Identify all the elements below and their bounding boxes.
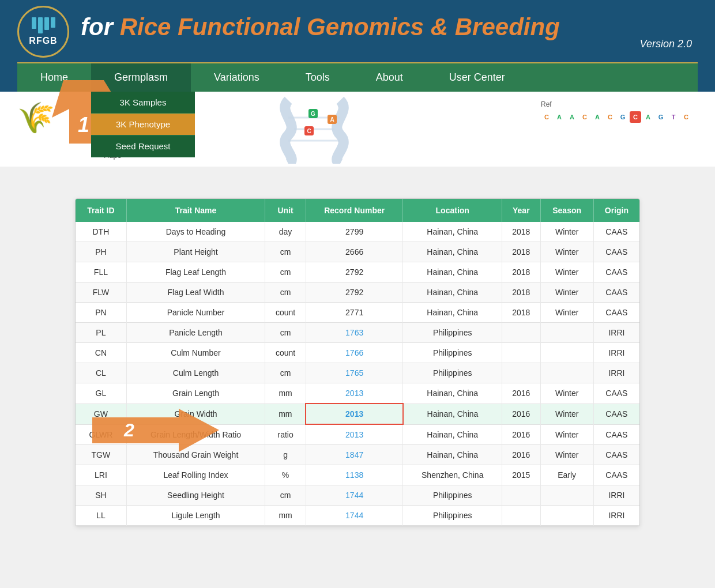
table-cell: Hainan, China xyxy=(403,404,502,424)
svg-text:1: 1 xyxy=(78,113,89,137)
table-cell[interactable]: 2013 xyxy=(306,383,402,404)
table-cell[interactable]: 1744 xyxy=(306,506,402,526)
table-cell: cm xyxy=(265,363,306,383)
table-cell[interactable]: 1765 xyxy=(306,363,402,383)
table-cell: CAAS xyxy=(593,404,639,424)
table-cell: 2666 xyxy=(306,242,402,262)
dna-helix: G A C xyxy=(242,95,415,164)
table-cell: Hainan, China xyxy=(403,383,502,404)
table-cell: Panicle Length xyxy=(126,323,265,343)
table-cell: TGW xyxy=(76,445,126,465)
table-cell: Early xyxy=(540,465,593,485)
dropdown-3k-samples[interactable]: 3K Samples xyxy=(91,92,195,114)
table-cell: Hainan, China xyxy=(403,242,502,262)
table-cell: 2016 xyxy=(502,404,540,424)
spacer xyxy=(0,167,715,181)
table-cell: Winter xyxy=(540,262,593,282)
nav-tools[interactable]: Tools xyxy=(283,63,353,92)
svg-text:G: G xyxy=(311,111,315,117)
table-cell: 2799 xyxy=(306,222,402,242)
table-cell xyxy=(502,323,540,343)
table-cell: Hainan, China xyxy=(403,445,502,465)
table-cell xyxy=(540,323,593,343)
nav-user-center[interactable]: User Center xyxy=(426,63,528,92)
table-cell: cm xyxy=(265,485,306,506)
table-cell: Seedling Height xyxy=(126,485,265,506)
table-cell: CAAS xyxy=(593,424,639,445)
table-cell: Philippines xyxy=(403,363,502,383)
table-cell: Philippines xyxy=(403,506,502,526)
ref-label: Ref xyxy=(541,100,692,108)
table-container: Trait ID Trait Name Unit Record Number L… xyxy=(75,198,640,526)
nav-variations[interactable]: Variations xyxy=(191,63,283,92)
base-1: A xyxy=(554,111,565,123)
table-row: FLWFlag Leaf Widthcm2792Hainan, China201… xyxy=(76,282,639,303)
col-origin: Origin xyxy=(593,199,639,222)
table-cell: 2771 xyxy=(306,303,402,323)
table-cell[interactable]: 1744 xyxy=(306,485,402,506)
table-row: DTHDays to Headingday2799Hainan, China20… xyxy=(76,222,639,242)
sequence-area: Ref C A A C A C G C A G T C xyxy=(541,100,692,123)
table-cell xyxy=(502,506,540,526)
table-row: FLLFlag Leaf Lengthcm2792Hainan, China20… xyxy=(76,262,639,282)
col-location: Location xyxy=(403,199,502,222)
table-cell: count xyxy=(265,303,306,323)
table-cell: FLL xyxy=(76,262,126,282)
col-season: Season xyxy=(540,199,593,222)
table-cell: IRRI xyxy=(593,343,639,363)
table-cell: 2018 xyxy=(502,262,540,282)
table-cell xyxy=(502,343,540,363)
col-unit: Unit xyxy=(265,199,306,222)
table-cell: CAAS xyxy=(593,445,639,465)
logo-bar-2 xyxy=(38,17,43,33)
table-cell: IRRI xyxy=(593,363,639,383)
header-title: for Rice Functional Genomics & Breeding xyxy=(81,13,698,41)
table-cell: % xyxy=(265,465,306,485)
table-cell: Hainan, China xyxy=(403,222,502,242)
table-cell: cm xyxy=(265,282,306,303)
nav-about[interactable]: About xyxy=(353,63,426,92)
table-cell: GL xyxy=(76,383,126,404)
table-cell[interactable]: 2013 xyxy=(306,404,402,424)
table-cell: g xyxy=(265,445,306,465)
table-cell: IRRI xyxy=(593,506,639,526)
table-cell: SH xyxy=(76,485,126,506)
table-cell: Winter xyxy=(540,383,593,404)
table-cell xyxy=(502,485,540,506)
table-header: Trait ID Trait Name Unit Record Number L… xyxy=(76,199,639,222)
germplasm-dropdown: 3K Samples 3K Phenotype Seed Request xyxy=(91,92,195,157)
table-cell: Days to Heading xyxy=(126,222,265,242)
table-row: SHSeedling Heightcm1744PhilippinesIRRI xyxy=(76,485,639,506)
table-cell: 2016 xyxy=(502,383,540,404)
table-cell: 2792 xyxy=(306,282,402,303)
dropdown-3k-phenotype[interactable]: 3K Phenotype xyxy=(91,114,195,135)
header-title-area: for Rice Functional Genomics & Breeding … xyxy=(81,13,698,50)
table-cell xyxy=(540,506,593,526)
title-orange: Rice Functional Genomics & Breeding xyxy=(120,13,560,40)
table-cell[interactable]: 1766 xyxy=(306,343,402,363)
table-cell: Shenzhen, China xyxy=(403,465,502,485)
base-7-highlight: C xyxy=(630,111,641,123)
table-cell[interactable]: 1138 xyxy=(306,465,402,485)
table-cell: Philippines xyxy=(403,485,502,506)
base-5: C xyxy=(604,111,616,123)
table-row: CLCulm Lengthcm1765PhilippinesIRRI xyxy=(76,363,639,383)
table-cell: Winter xyxy=(540,222,593,242)
table-cell: GW xyxy=(76,404,126,424)
table-row: PNPanicle Numbercount2771Hainan, China20… xyxy=(76,303,639,323)
table-cell: FLW xyxy=(76,282,126,303)
table-cell: cm xyxy=(265,242,306,262)
table-cell: CL xyxy=(76,363,126,383)
table-cell: Winter xyxy=(540,282,593,303)
table-cell xyxy=(540,363,593,383)
table-cell[interactable]: 1847 xyxy=(306,445,402,465)
base-3: C xyxy=(579,111,590,123)
base-10: T xyxy=(668,111,679,123)
table-cell[interactable]: 2013 xyxy=(306,424,402,445)
table-cell: 2015 xyxy=(502,465,540,485)
table-cell[interactable]: 1763 xyxy=(306,323,402,343)
table-cell xyxy=(502,363,540,383)
table-cell: Grain Length xyxy=(126,383,265,404)
table-cell: Winter xyxy=(540,303,593,323)
dropdown-seed-request[interactable]: Seed Request xyxy=(91,135,195,157)
